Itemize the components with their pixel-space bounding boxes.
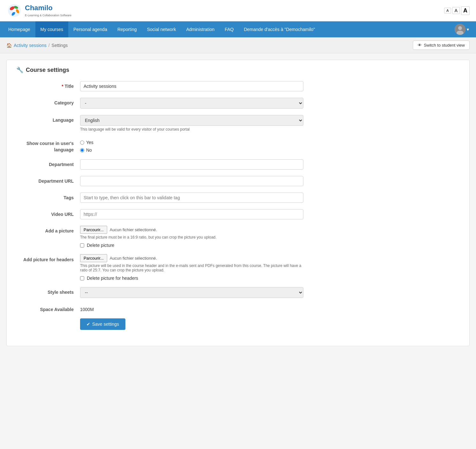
nav-my-courses[interactable]: My courses <box>35 21 69 37</box>
show-course-no-item[interactable]: No <box>80 148 303 153</box>
delete-picture-row: Delete picture <box>80 243 303 248</box>
nav-faq[interactable]: FAQ <box>219 21 239 37</box>
delete-header-row: Delete picture for headers <box>80 276 303 281</box>
title-label: * Title <box>16 81 80 89</box>
space-available-label: Space Available <box>16 304 80 312</box>
nav-social-network[interactable]: Social network <box>142 21 181 37</box>
logo-area: Chamilo E-Learning & Collaboration Softw… <box>6 3 71 19</box>
user-avatar-menu[interactable]: ▾ <box>451 21 473 37</box>
category-control-wrap: - Category 1 Category 2 <box>80 98 303 109</box>
style-sheets-row: Style sheets -- Style 1 Style 2 <box>16 287 460 298</box>
save-label-spacer <box>16 318 80 321</box>
add-picture-label: Add a picture <box>16 226 80 233</box>
switch-to-student-view-button[interactable]: 👁 Switch to student view <box>413 41 470 50</box>
card-title: 🔧 Course settings <box>16 66 460 73</box>
show-course-yes-radio[interactable] <box>80 141 84 145</box>
nav-reporting[interactable]: Reporting <box>112 21 142 37</box>
department-input[interactable] <box>80 159 303 170</box>
browse-header-button[interactable]: Parcourir... <box>80 254 107 262</box>
title-control-wrap <box>80 81 303 91</box>
department-url-label: Department URL <box>16 176 80 184</box>
nav-homepage[interactable]: Homepage <box>3 21 35 37</box>
top-bar: Chamilo E-Learning & Collaboration Softw… <box>0 0 476 21</box>
font-size-controls: A A A <box>444 6 470 15</box>
header-hint: This picture will be used in the course … <box>80 263 303 272</box>
video-url-row: Video URL <box>16 209 460 219</box>
language-select[interactable]: English French Spanish German <box>80 115 303 126</box>
course-settings-card: 🔧 Course settings * Title Category - Cat… <box>6 60 470 346</box>
category-label: Category <box>16 98 80 105</box>
main-content: 🔧 Course settings * Title Category - Cat… <box>0 53 476 353</box>
svg-point-7 <box>458 26 462 30</box>
title-input[interactable] <box>80 81 303 91</box>
department-url-control-wrap <box>80 176 303 186</box>
tags-label: Tags <box>16 193 80 200</box>
language-label: Language <box>16 115 80 123</box>
language-control-wrap: English French Spanish German This langu… <box>80 115 303 132</box>
video-url-input[interactable] <box>80 209 303 219</box>
logo-text-area: Chamilo E-Learning & Collaboration Softw… <box>25 4 71 17</box>
show-course-no-radio[interactable] <box>80 148 84 152</box>
breadcrumb: 🏠 Activity sessions / Settings <box>6 43 68 48</box>
picture-file-row: Parcourir... Aucun fichier sélectionné. <box>80 226 303 234</box>
language-row: Language English French Spanish German T… <box>16 115 460 132</box>
style-sheets-select[interactable]: -- Style 1 Style 2 <box>80 287 303 298</box>
breadcrumb-current: Settings <box>52 43 68 48</box>
delete-picture-checkbox[interactable] <box>80 243 84 247</box>
title-row: * Title <box>16 81 460 91</box>
switch-btn-label: Switch to student view <box>424 43 465 48</box>
category-select[interactable]: - Category 1 Category 2 <box>80 98 303 109</box>
show-course-radio-group: Yes No <box>80 138 303 153</box>
nav-demande[interactable]: Demande d'accès à "Demochamilo" <box>239 21 320 37</box>
tags-row: Tags <box>16 193 460 203</box>
show-course-label: Show course in user's language <box>16 138 80 153</box>
department-url-row: Department URL <box>16 176 460 186</box>
delete-header-checkbox[interactable] <box>80 276 84 280</box>
home-icon: 🏠 <box>6 43 12 48</box>
nav-personal-agenda[interactable]: Personal agenda <box>68 21 112 37</box>
save-settings-button[interactable]: ✔ Save settings <box>80 318 125 330</box>
breadcrumb-bar: 🏠 Activity sessions / Settings 👁 Switch … <box>0 37 476 53</box>
header-file-name: Aucun fichier sélectionné. <box>110 256 157 261</box>
video-url-label: Video URL <box>16 209 80 217</box>
show-course-control-wrap: Yes No <box>80 138 303 153</box>
svg-point-5 <box>13 9 16 12</box>
logo-name: Chamilo <box>25 4 71 12</box>
delete-picture-label[interactable]: Delete picture <box>87 243 114 248</box>
space-available-value-wrap: 1000M <box>80 304 303 312</box>
browse-picture-button[interactable]: Parcourir... <box>80 226 107 234</box>
eye-icon: 👁 <box>418 43 422 48</box>
save-control-wrap: ✔ Save settings <box>80 318 303 330</box>
space-available-row: Space Available 1000M <box>16 304 460 312</box>
delete-header-label[interactable]: Delete picture for headers <box>87 276 138 281</box>
font-size-small[interactable]: A <box>444 8 451 13</box>
department-row: Department <box>16 159 460 170</box>
breadcrumb-separator: / <box>48 43 50 48</box>
add-picture-control-wrap: Parcourir... Aucun fichier sélectionné. … <box>80 226 303 248</box>
tags-control-wrap <box>80 193 303 203</box>
logo-sub: E-Learning & Collaboration Software <box>25 14 71 17</box>
chamilo-logo-icon <box>6 3 22 19</box>
font-size-large[interactable]: A <box>461 6 470 15</box>
save-row: ✔ Save settings <box>16 318 460 330</box>
tags-input[interactable] <box>80 193 303 203</box>
picture-file-name: Aucun fichier sélectionné. <box>110 227 157 232</box>
language-hint: This language will be valid for every vi… <box>80 127 303 132</box>
add-header-picture-row: Add picture for headers Parcourir... Auc… <box>16 254 460 281</box>
picture-hint: The final picture must be in a 16:9 rati… <box>80 235 303 240</box>
department-url-input[interactable] <box>80 176 303 186</box>
department-label: Department <box>16 159 80 167</box>
style-sheets-control-wrap: -- Style 1 Style 2 <box>80 287 303 298</box>
header-file-row: Parcourir... Aucun fichier sélectionné. <box>80 254 303 262</box>
category-row: Category - Category 1 Category 2 <box>16 98 460 109</box>
breadcrumb-activity-sessions[interactable]: Activity sessions <box>14 43 47 48</box>
video-url-control-wrap <box>80 209 303 219</box>
font-size-medium[interactable]: A <box>452 7 460 14</box>
show-course-yes-item[interactable]: Yes <box>80 140 303 145</box>
show-course-row: Show course in user's language Yes No <box>16 138 460 153</box>
add-picture-row: Add a picture Parcourir... Aucun fichier… <box>16 226 460 248</box>
checkmark-icon: ✔ <box>86 322 90 327</box>
nav-administration[interactable]: Administration <box>181 21 220 37</box>
main-nav: Homepage My courses Personal agenda Repo… <box>0 21 476 37</box>
avatar-dropdown-icon: ▾ <box>467 27 469 32</box>
